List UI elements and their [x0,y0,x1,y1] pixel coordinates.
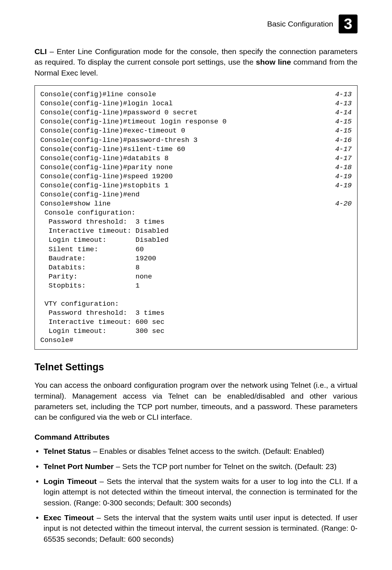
cli-command: Silent time: 60 [40,245,144,254]
cli-line: Interactive timeout: 600 sec [40,318,352,327]
cli-reference: 4-15 [335,126,352,135]
command-attributes-heading: Command Attributes [34,432,358,442]
cli-line: Console(config-line)#login local4-13 [40,99,352,108]
cli-reference: 4-15 [335,117,352,126]
command-attributes-list: Telnet Status – Enables or disables Teln… [34,446,358,544]
cli-command: Console(config-line)#parity none [40,163,173,172]
cli-command: VTY configuration: [40,300,119,309]
cli-line: Console(config)#line console4-13 [40,90,352,99]
chapter-badge: 3 [339,15,358,33]
attribute-term: Login Timeout [44,477,97,485]
attribute-term: Telnet Status [44,447,91,455]
intro-prefix: CLI [34,47,47,56]
cli-line [40,290,352,300]
chapter-number: 3 [344,13,352,35]
cli-reference: 4-14 [335,108,352,117]
attribute-term: Exec Timeout [44,513,94,522]
cli-command: Interactive timeout: Disabled [40,227,168,236]
cli-command: Console#show line [40,199,111,208]
cli-reference: 4-18 [335,163,352,172]
cli-line: Console# [40,336,352,345]
attribute-description: – Sets the TCP port number for Telnet on… [114,462,336,471]
cli-line: Databits: 8 [40,263,352,272]
intro-bold1: show line [256,58,291,66]
cli-line: Console(config-line)#password 0 secret4-… [40,108,352,117]
cli-command: Console(config-line)#password-thresh 3 [40,136,197,145]
cli-line: Password threshold: 3 times [40,309,352,318]
cli-reference: 4-13 [335,90,352,99]
cli-line: Console(config-line)#exec-timeout 04-15 [40,126,352,135]
cli-command: Console(config-line)#password 0 secret [40,108,197,117]
cli-reference: 4-13 [335,99,352,108]
cli-command: Databits: 8 [40,263,140,272]
header-title: Basic Configuration [267,19,333,29]
cli-command: Password threshold: 3 times [40,217,164,227]
section-paragraph: You can access the onboard configuration… [34,380,358,423]
cli-line: Login timeout: Disabled [40,236,352,245]
section-heading: Telnet Settings [34,361,358,374]
cli-line: Console(config-line)#databits 84-17 [40,154,352,163]
cli-line: VTY configuration: [40,300,352,309]
page-header: Basic Configuration 3 [34,15,358,33]
cli-command: Interactive timeout: 600 sec [40,318,164,327]
cli-line: Console#show line4-20 [40,199,352,208]
cli-line: Parity: none [40,272,352,281]
cli-reference: 4-17 [335,154,352,163]
cli-reference: 4-19 [335,172,352,181]
cli-reference: 4-17 [335,145,352,154]
cli-line: Console configuration: [40,208,352,217]
cli-command: Login timeout: Disabled [40,236,168,245]
cli-command: Console(config-line)#login local [40,99,173,108]
cli-line: Login timeout: 300 sec [40,327,352,336]
cli-line: Console(config-line)#end [40,190,352,199]
cli-command: Console(config-line)#speed 19200 [40,172,173,181]
cli-line: Interactive timeout: Disabled [40,227,352,236]
cli-line: Console(config-line)#password-thresh 34-… [40,136,352,145]
cli-command: Baudrate: 19200 [40,254,156,263]
cli-line: Silent time: 60 [40,245,352,254]
attribute-description: – Enables or disables Telnet access to t… [91,447,324,455]
cli-line: Console(config-line)#silent-time 604-17 [40,145,352,154]
cli-line: Console(config-line)#timeout login respo… [40,117,352,126]
cli-command [40,290,44,300]
cli-command: Console(config-line)#exec-timeout 0 [40,126,185,135]
cli-command: Console(config-line)#end [40,190,140,199]
cli-command: Console(config-line)#databits 8 [40,154,168,163]
list-item: Login Timeout – Sets the interval that t… [34,476,358,508]
cli-output-box: Console(config)#line console4-13Console(… [34,85,358,350]
cli-command: Console# [40,336,73,345]
cli-command: Console(config)#line console [40,90,156,99]
cli-line: Baudrate: 19200 [40,254,352,263]
attribute-term: Telnet Port Number [44,462,114,471]
cli-reference: 4-20 [335,199,352,208]
cli-line: Stopbits: 1 [40,281,352,290]
cli-command: Console configuration: [40,208,135,217]
cli-command: Stopbits: 1 [40,281,140,290]
list-item: Telnet Port Number – Sets the TCP port n… [34,461,358,472]
cli-reference: 4-16 [335,136,352,145]
list-item: Exec Timeout – Sets the interval that th… [34,512,358,544]
cli-line: Console(config-line)#parity none4-18 [40,163,352,172]
intro-paragraph: CLI – Enter Line Configuration mode for … [34,46,358,78]
cli-command: Console(config-line)#timeout login respo… [40,117,226,126]
cli-command: Password threshold: 3 times [40,309,164,318]
cli-line: Console(config-line)#stopbits 14-19 [40,181,352,190]
cli-line: Console(config-line)#speed 192004-19 [40,172,352,181]
cli-reference: 4-19 [335,181,352,190]
cli-line: Password threshold: 3 times [40,217,352,227]
cli-command: Login timeout: 300 sec [40,327,164,336]
list-item: Telnet Status – Enables or disables Teln… [34,446,358,456]
cli-command: Console(config-line)#stopbits 1 [40,181,168,190]
cli-command: Console(config-line)#silent-time 60 [40,145,185,154]
cli-command: Parity: none [40,272,152,281]
